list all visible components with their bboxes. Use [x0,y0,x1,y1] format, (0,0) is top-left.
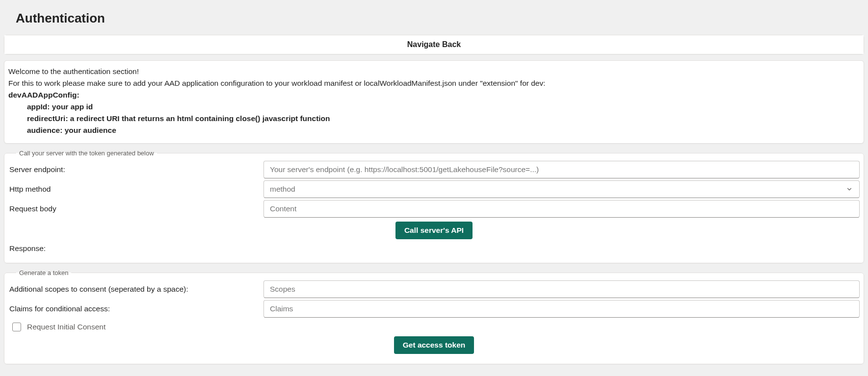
chevron-down-icon [845,185,853,193]
nav-back-card: Navigate Back [4,35,864,54]
get-access-token-button[interactable]: Get access token [394,336,474,354]
call-server-section: Call your server with the token generate… [4,150,864,263]
navigate-back-button[interactable]: Navigate Back [4,35,864,54]
generate-token-legend: Generate a token [16,269,71,276]
claims-label: Claims for conditional access: [8,304,260,313]
intro-config-redirecturi: redirectUri: a redirect URI that returns… [8,113,860,125]
call-server-api-button[interactable]: Call server's API [395,222,473,239]
intro-line-welcome: Welcome to the authentication section! [8,66,860,77]
request-body-label: Request body [8,204,260,213]
scopes-label: Additional scopes to consent (seperated … [8,285,260,294]
scopes-input[interactable] [263,280,860,298]
generate-token-section: Generate a token Additional scopes to co… [4,269,864,364]
intro-config-audience: audience: your audience [8,125,860,136]
request-initial-consent-checkbox[interactable] [12,323,21,331]
intro-config-appid: appId: your app id [8,101,860,113]
intro-line-instructions: For this to work please make sure to add… [8,77,860,89]
intro-config-label: devAADAppConfig: [8,89,860,101]
http-method-select[interactable]: method [263,180,860,198]
server-endpoint-input[interactable] [263,161,860,178]
claims-input[interactable] [263,300,860,318]
intro-card: Welcome to the authentication section! F… [4,60,864,144]
call-server-legend: Call your server with the token generate… [16,150,157,157]
server-endpoint-label: Server endpoint: [8,165,260,174]
response-label: Response: [8,242,860,256]
http-method-label: Http method [8,185,260,194]
page-title: Authentication [16,11,864,26]
request-body-input[interactable] [263,200,860,218]
http-method-placeholder: method [270,185,295,194]
request-initial-consent-label[interactable]: Request Initial Consent [27,323,105,331]
